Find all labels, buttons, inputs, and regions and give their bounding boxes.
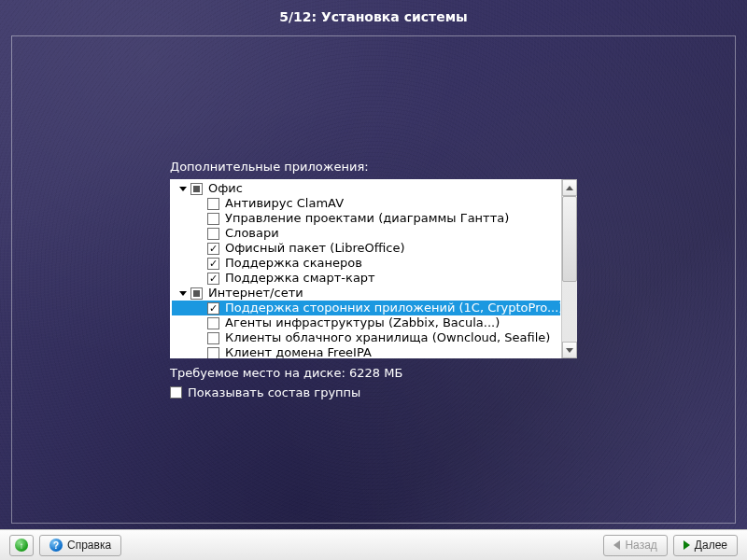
show-group-contents-label: Показывать состав группы (188, 385, 360, 399)
item-label: Антивирус ClamAV (225, 196, 344, 211)
tree-item[interactable]: Агенты инфраструктуры (Zabbix, Bacula...… (172, 315, 560, 330)
item-checkbox[interactable] (207, 302, 219, 315)
group-label: Интернет/сети (208, 286, 303, 301)
back-button-label: Назад (625, 539, 656, 552)
tree-item[interactable]: Управление проектами (диаграммы Гантта) (172, 211, 560, 226)
item-label: Клиенты облачного хранилища (Owncloud, S… (225, 330, 550, 345)
item-checkbox[interactable] (207, 198, 219, 210)
content-frame: Дополнительные приложения: ОфисАнтивирус… (11, 35, 736, 524)
scroll-up-button[interactable] (562, 179, 577, 196)
tree-item[interactable]: Словари (172, 226, 560, 241)
item-label: Агенты инфраструктуры (Zabbix, Bacula...… (225, 315, 500, 330)
content-area: Дополнительные приложения: ОфисАнтивирус… (12, 36, 735, 523)
item-checkbox[interactable] (207, 258, 219, 270)
item-label: Поддержка смарт-карт (225, 271, 375, 286)
caret-down-icon (179, 291, 187, 296)
item-checkbox[interactable] (207, 332, 219, 344)
tree-group[interactable]: Офис (172, 181, 560, 196)
updates-button[interactable]: ↑ (9, 535, 34, 556)
next-button[interactable]: Далее (673, 535, 738, 556)
help-icon: ? (49, 539, 63, 552)
tree-item[interactable]: Поддержка сканеров (172, 256, 560, 271)
page-title: 5/12: Установка системы (0, 0, 747, 30)
applications-tree[interactable]: ОфисАнтивирус ClamAVУправление проектами… (170, 179, 577, 358)
bottom-toolbar: ↑ ? Справка Назад Далее (0, 529, 747, 560)
item-checkbox[interactable] (207, 273, 219, 285)
scrollbar[interactable] (561, 179, 577, 358)
item-label: Поддержка сторонних приложений (1C, Cryp… (225, 301, 562, 315)
group-checkbox[interactable] (190, 183, 203, 195)
tree-item[interactable]: Поддержка смарт-карт (172, 271, 560, 286)
next-button-label: Далее (695, 539, 727, 552)
tree-item[interactable]: Антивирус ClamAV (172, 196, 560, 211)
group-label: Офис (208, 181, 243, 196)
show-group-contents-option[interactable]: Показывать состав группы (170, 385, 577, 399)
item-label: Управление проектами (диаграммы Гантта) (225, 211, 509, 226)
item-label: Словари (225, 226, 279, 241)
caret-down-icon (179, 187, 187, 191)
required-space-prefix: Требуемое место на диске: (170, 366, 349, 380)
chevron-up-icon (566, 186, 573, 190)
arrow-up-circle-icon: ↑ (15, 539, 28, 552)
item-checkbox[interactable] (207, 317, 219, 329)
scrollbar-track[interactable] (562, 282, 577, 342)
tree-group[interactable]: Интернет/сети (172, 286, 560, 301)
chevron-right-icon (684, 540, 690, 550)
tree-item[interactable]: Клиент домена FreeIPA (172, 345, 560, 358)
chevron-left-icon (613, 540, 620, 550)
expand-toggle[interactable] (177, 291, 189, 296)
group-checkbox[interactable] (190, 287, 203, 300)
chevron-down-icon (566, 348, 573, 353)
section-label: Дополнительные приложения: (170, 160, 577, 174)
show-group-contents-checkbox[interactable] (170, 386, 182, 399)
item-checkbox[interactable] (207, 228, 219, 240)
item-checkbox[interactable] (207, 243, 219, 255)
required-space-value: 6228 МБ (349, 366, 402, 380)
expand-toggle[interactable] (177, 187, 189, 191)
item-label: Офисный пакет (LibreOffice) (225, 241, 405, 256)
item-checkbox[interactable] (207, 347, 219, 359)
tree-item[interactable]: Поддержка сторонних приложений (1C, Cryp… (172, 301, 560, 315)
back-button[interactable]: Назад (603, 535, 667, 556)
help-button[interactable]: ? Справка (39, 535, 121, 556)
scrollbar-thumb[interactable] (562, 196, 577, 282)
item-checkbox[interactable] (207, 213, 219, 225)
tree-item[interactable]: Клиенты облачного хранилища (Owncloud, S… (172, 330, 560, 345)
item-label: Клиент домена FreeIPA (225, 345, 372, 358)
scroll-down-button[interactable] (562, 342, 577, 358)
required-space: Требуемое место на диске: 6228 МБ (170, 366, 577, 380)
tree-item[interactable]: Офисный пакет (LibreOffice) (172, 241, 560, 256)
item-label: Поддержка сканеров (225, 256, 362, 271)
help-button-label: Справка (67, 539, 111, 552)
